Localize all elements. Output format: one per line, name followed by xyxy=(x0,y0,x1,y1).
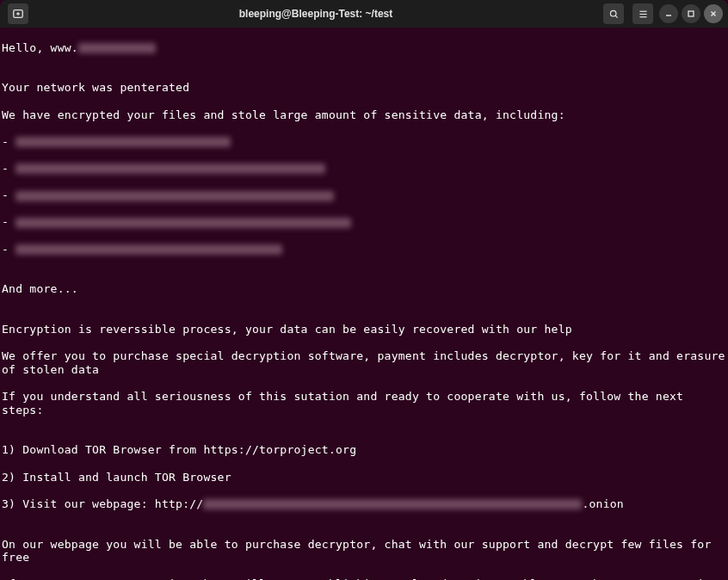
greeting-text: Hello, www. xyxy=(2,41,78,54)
text-line: If you understand all seriousness of thi… xyxy=(2,390,726,416)
dash: - xyxy=(2,162,15,175)
redacted-item xyxy=(15,218,351,228)
redacted-item xyxy=(15,164,325,174)
dash: - xyxy=(2,243,15,256)
text-line: And more... xyxy=(2,282,726,296)
minimize-button[interactable] xyxy=(659,4,678,23)
text-line: - xyxy=(2,215,726,229)
svg-rect-9 xyxy=(688,11,694,16)
text-line: 1) Download TOR Browser from https://tor… xyxy=(2,443,726,457)
text-line: - xyxy=(2,135,726,149)
dash: - xyxy=(2,188,15,201)
onion-suffix: .onion xyxy=(582,497,624,510)
titlebar-right xyxy=(601,3,723,24)
titlebar: bleeping@Bleeping-Test: ~/test xyxy=(0,0,728,28)
text-line: - xyxy=(2,188,726,202)
svg-point-3 xyxy=(610,10,616,16)
text-line: On our webpage you will be able to purch… xyxy=(2,538,726,565)
text-line: Hello, www. xyxy=(2,41,726,55)
text-line: - xyxy=(2,162,726,176)
redacted-item xyxy=(15,191,334,201)
terminal-output: Hello, www. Your network was penterated … xyxy=(0,28,728,580)
redacted-item xyxy=(15,137,231,147)
text-line: 3) Visit our webpage: http://.onion xyxy=(2,497,726,511)
hamburger-menu-button[interactable] xyxy=(632,3,653,24)
text-line: - xyxy=(2,243,726,256)
text-line: Your network was penterated xyxy=(2,81,726,95)
dash: - xyxy=(2,135,15,148)
redacted-onion xyxy=(203,499,582,509)
svg-line-4 xyxy=(615,15,617,17)
dash: - xyxy=(2,215,15,228)
maximize-button[interactable] xyxy=(682,4,700,23)
new-tab-button[interactable] xyxy=(8,3,28,24)
titlebar-left xyxy=(5,3,31,24)
redacted-item xyxy=(15,244,282,255)
text-line: Encryption is reverssible process, your … xyxy=(2,323,726,336)
onion-prefix: 3) Visit our webpage: http:// xyxy=(2,497,203,510)
text-line: We offer you to purchase special decrypt… xyxy=(2,349,726,376)
text-line: 2) Install and launch TOR Browser xyxy=(2,471,726,484)
search-button[interactable] xyxy=(603,3,624,24)
window-title: bleeping@Bleeping-Test: ~/test xyxy=(31,8,601,20)
text-line: We have encrypted your files and stole l… xyxy=(2,108,726,122)
redacted-domain xyxy=(78,43,156,53)
close-button[interactable] xyxy=(704,4,723,23)
